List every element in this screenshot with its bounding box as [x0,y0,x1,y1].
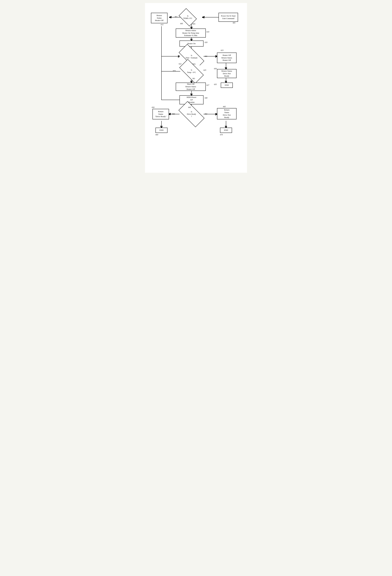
node-615: ReturnStatusHeater-Off [151,13,168,23]
node-660: END [155,128,168,133]
ref-615: 615 [161,24,164,26]
label-yes-625: YES [173,70,176,72]
ref-640: 640 [205,97,207,99]
flowchart: Power On Or Start Unit Command 601 IsTEM… [149,9,243,167]
node-670: END [220,128,232,133]
ref-650: 650 [152,106,154,109]
ref-610: 610 [206,31,209,33]
node-622: IsTime < Estimate [179,51,203,63]
node-620: Heater On [179,41,203,47]
ref-630: 630 [214,68,217,70]
ref-665: 665 [223,106,226,108]
node-645: IsDrive Ready? [179,108,203,120]
node-610: Return StatusHeater On Temp timeEstimate… [176,29,206,37]
node-605: IsTEMP≤ 0°C [180,12,195,23]
ref-605: 605 [180,23,183,25]
ref-622: 622 [179,63,181,65]
node-625: IsTemp < 0°C [180,65,203,77]
node-665: ReturnStatusDrive NotReady [217,108,237,119]
label-no-622: NO [205,55,207,58]
ref-660: 660 [155,134,158,136]
node-640: HDD PowerUPRoutine [179,95,203,104]
ref-623: 623 [221,49,224,52]
page: Power On Or Start Unit Command 601 IsTEM… [145,3,247,173]
label-yes-645: YES [172,113,175,115]
ref-635: 635 [214,83,217,86]
ref-625: 625 [203,69,206,71]
node-601: Power On Or Start Unit Command [219,13,238,22]
ref-627: 627 [206,84,209,86]
ref-645: 645 [188,106,191,109]
node-627: Heat=OffReturn StatusHeater Off [176,83,206,91]
node-635-end: END [221,83,233,88]
node-630: Return StatusDrive NotReady [217,69,237,78]
ref-601: 601 [233,22,235,24]
ref-620: 620 [205,41,207,44]
node-650: ReturnStatus"Drive Ready" [152,109,169,119]
label-no-625: NO [192,78,195,80]
ref-670: 670 [220,134,223,136]
label-yes-605: YES [192,23,195,25]
label-no-605: NO [175,16,177,18]
label-no-645: NO [205,113,207,115]
node-623: Heater OffReturn StatusHeater Off [217,53,237,63]
